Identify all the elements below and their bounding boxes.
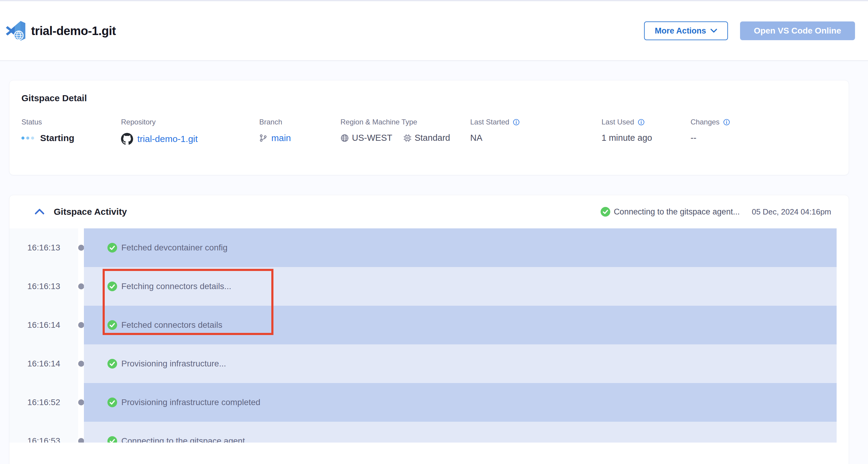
globe-icon	[340, 134, 349, 142]
open-vscode-online-button[interactable]: Open VS Code Online	[740, 22, 855, 40]
field-branch: Branch main	[259, 118, 340, 145]
chevron-down-icon	[710, 29, 717, 33]
last-used-value: 1 minute ago	[601, 133, 690, 143]
branch-label: Branch	[259, 118, 340, 126]
region-value: US-WEST	[352, 133, 392, 143]
log-row: 16:16:14 Provisioning infrastructure...	[9, 344, 849, 383]
log-row: 16:16:13 Fetched devcontainer config	[9, 228, 849, 267]
chip-icon	[403, 134, 412, 142]
log-message: Provisioning infrastructure...	[121, 359, 226, 369]
timeline-dot	[78, 322, 84, 328]
activity-title: Gitspace Activity	[54, 207, 127, 217]
timeline-dot	[78, 245, 84, 251]
field-repository: Repository trial-demo-1.git	[121, 118, 259, 145]
log-message: Connecting to the gitspace agent	[121, 436, 245, 442]
status-label: Status	[22, 118, 121, 126]
check-circle-icon	[107, 359, 117, 369]
last-used-label: Last Used	[601, 118, 634, 126]
check-circle-icon	[107, 320, 117, 330]
check-circle-icon	[107, 398, 117, 407]
changes-value: --	[690, 133, 837, 143]
log-row: 16:16:14 Fetched connectors details	[9, 306, 849, 344]
check-circle-icon	[107, 243, 117, 253]
log-time: 16:16:13	[9, 228, 78, 267]
timeline-dot	[78, 361, 84, 367]
github-icon	[121, 133, 133, 145]
log-time: 16:16:13	[9, 267, 78, 306]
log-message: Fetched devcontainer config	[121, 243, 227, 253]
timeline-dot	[78, 283, 84, 289]
info-icon[interactable]	[513, 119, 520, 126]
activity-log[interactable]: 16:16:13 Fetched devcontainer config 16:…	[9, 228, 849, 442]
page-header: trial-demo-1.git More Actions Open VS Co…	[0, 1, 868, 61]
last-started-label: Last Started	[470, 118, 509, 126]
last-started-value: NA	[470, 133, 601, 143]
log-message: Provisioning infrastructure completed	[121, 398, 260, 407]
log-row: 16:16:52 Provisioning infrastructure com…	[9, 383, 849, 422]
gitspace-detail-card: Gitspace Detail Status Starting Reposito…	[9, 80, 849, 175]
log-row: 16:16:53 Connecting to the gitspace agen…	[9, 422, 849, 442]
info-icon[interactable]	[638, 119, 645, 126]
log-time: 16:16:52	[9, 383, 78, 422]
chevron-up-icon[interactable]	[34, 208, 45, 215]
branch-link[interactable]: main	[271, 133, 291, 143]
log-time: 16:16:14	[9, 306, 78, 344]
check-circle-icon	[107, 282, 117, 291]
more-actions-label: More Actions	[655, 26, 706, 36]
region-machine-label: Region & Machine Type	[340, 118, 470, 126]
activity-header: Gitspace Activity Connecting to the gits…	[9, 195, 849, 228]
check-circle-icon	[600, 207, 610, 216]
activity-timestamp: 05 Dec, 2024 04:16pm	[752, 207, 831, 216]
gitspace-detail-heading: Gitspace Detail	[22, 93, 837, 103]
field-last-used: Last Used 1 minute ago	[601, 118, 690, 145]
log-row: 16:16:13 Fetching connectors details...	[9, 267, 849, 306]
info-icon[interactable]	[723, 119, 730, 126]
field-region-machine: Region & Machine Type US-WEST	[340, 118, 470, 145]
field-last-started: Last Started NA	[470, 118, 601, 145]
repository-link[interactable]: trial-demo-1.git	[137, 134, 198, 144]
changes-label: Changes	[690, 118, 719, 126]
log-time: 16:16:53	[9, 422, 78, 442]
loading-dots-icon	[22, 137, 34, 140]
detail-fields: Status Starting Repository trial-demo-1.…	[22, 118, 837, 145]
vscode-globe-icon	[4, 21, 27, 41]
log-message: Fetching connectors details...	[121, 282, 231, 291]
timeline-dot	[78, 438, 84, 442]
more-actions-button[interactable]: More Actions	[644, 22, 728, 40]
log-time: 16:16:14	[9, 344, 78, 383]
activity-status-text: Connecting to the gitspace agent...	[614, 207, 740, 216]
repository-label: Repository	[121, 118, 259, 126]
log-message: Fetched connectors details	[121, 320, 222, 330]
field-changes: Changes --	[690, 118, 837, 145]
status-value: Starting	[40, 133, 74, 143]
check-circle-icon	[107, 436, 117, 442]
gitspace-activity-card: Gitspace Activity Connecting to the gits…	[9, 195, 849, 464]
timeline-dot	[78, 399, 84, 405]
machine-type-value: Standard	[415, 133, 450, 143]
field-status: Status Starting	[22, 118, 121, 145]
open-vscode-online-label: Open VS Code Online	[754, 26, 841, 36]
git-branch-icon	[259, 134, 267, 142]
page-title: trial-demo-1.git	[31, 24, 116, 38]
